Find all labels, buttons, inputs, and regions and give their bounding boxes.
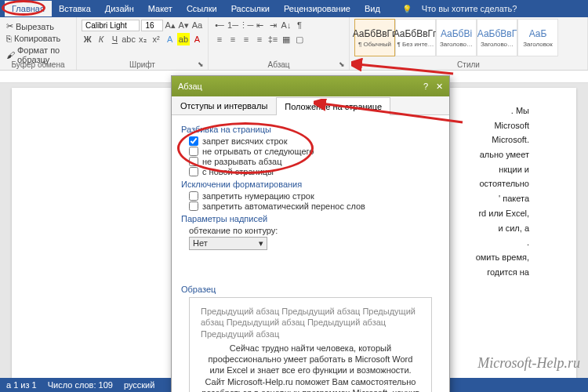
tab-view[interactable]: Вид (358, 1, 387, 16)
bold-icon[interactable]: Ж (82, 33, 93, 45)
status-word-count[interactable]: Число слов: 109 (48, 380, 113, 390)
help-icon[interactable]: ? (423, 82, 428, 92)
decrease-indent-icon[interactable]: ⇤ (253, 19, 266, 31)
increase-indent-icon[interactable]: ⇥ (267, 19, 279, 31)
group-paragraph-label: Абзац (209, 60, 349, 69)
pagination-opt-3[interactable]: с новой страницы (189, 167, 440, 176)
paragraph-launcher-icon[interactable]: ⬊ (339, 60, 347, 68)
font-size-combo[interactable]: 16 (141, 20, 162, 31)
shrink-font-icon[interactable]: A▾ (178, 19, 190, 31)
watermark: Microsoft-Help.ru (477, 355, 580, 372)
text-effects-icon[interactable]: A (164, 33, 176, 45)
dialog-tabs: Отступы и интервалы Положение на страниц… (172, 96, 449, 115)
strike-icon[interactable]: abc (122, 33, 135, 45)
underline-icon[interactable]: Ч (109, 33, 121, 45)
ribbon-tabs: Главная Вставка Дизайн Макет Ссылки Расс… (0, 0, 588, 17)
section-preview: Образец (181, 285, 440, 294)
sort-icon[interactable]: A↓ (280, 19, 292, 31)
wrap-combo[interactable]: Нет▾ (189, 237, 267, 250)
section-pagination: Разбивка на страницы (181, 125, 440, 134)
status-page[interactable]: а 1 из 1 (6, 380, 37, 390)
style-item-0[interactable]: АаБбВвГг,¶ Обычный (354, 19, 395, 56)
tab-review[interactable]: Рецензирование (277, 1, 358, 16)
align-left-icon[interactable]: ≡ (213, 33, 226, 45)
close-icon[interactable]: ✕ (436, 82, 443, 92)
superscript-icon[interactable]: x² (151, 33, 162, 45)
multilevel-icon[interactable]: ⋮─ (240, 19, 252, 31)
style-item-3[interactable]: АаБбВвГЗаголово… (477, 19, 517, 56)
status-language[interactable]: русский (124, 380, 154, 390)
shading-icon[interactable]: ▦ (280, 33, 292, 45)
copy-button[interactable]: ⎘ Копировать (5, 33, 71, 44)
tab-design[interactable]: Дизайн (98, 1, 141, 16)
paragraph-dialog: Абзац ? ✕ Отступы и интервалы Положение … (171, 75, 450, 392)
numbering-icon[interactable]: 1─ (227, 19, 239, 31)
borders-icon[interactable]: ▢ (293, 33, 306, 45)
group-clipboard: ✂ Вырезать ⎘ Копировать 🖌 Формат по обра… (0, 17, 77, 70)
pagination-opt-1[interactable]: не отрывать от следующего (189, 147, 440, 156)
bullets-icon[interactable]: •─ (213, 19, 226, 31)
show-marks-icon[interactable]: ¶ (293, 19, 306, 31)
preview-box: Предыдущий абзац Предыдущий абзац Предыд… (189, 297, 432, 392)
formatting-opt-0[interactable]: запретить нумерацию строк (189, 191, 440, 201)
change-case-icon[interactable]: Aa (191, 19, 203, 31)
font-color-icon[interactable]: A (191, 33, 203, 45)
section-formatting-exceptions: Исключении форматирования (181, 180, 440, 189)
ribbon: ✂ Вырезать ⎘ Копировать 🖌 Формат по обра… (0, 17, 588, 71)
formatting-opt-1[interactable]: запретить автоматический перенос слов (189, 201, 440, 211)
font-name-combo[interactable]: Calibri Light (82, 20, 140, 31)
dialog-tab-indents[interactable]: Отступы и интервалы (172, 96, 276, 114)
group-font-label: Шрифт (77, 60, 208, 69)
chevron-down-icon: ▾ (259, 238, 263, 249)
dialog-title: Абзац (178, 82, 202, 91)
group-styles: АаБбВвГг,¶ ОбычныйАаБбВвГг,¶ Без инте…Аа… (350, 17, 588, 70)
tab-insert[interactable]: Вставка (52, 1, 98, 16)
highlight-icon[interactable]: ab (177, 33, 189, 45)
group-styles-label: Стили (350, 60, 587, 69)
group-clipboard-label: Буфер обмена (0, 60, 76, 69)
justify-icon[interactable]: ≡ (253, 33, 266, 45)
tab-mailings[interactable]: Рассылки (224, 1, 277, 16)
style-item-1[interactable]: АаБбВвГг,¶ Без инте… (395, 19, 436, 56)
style-item-4[interactable]: АаБЗаголовок (517, 19, 558, 56)
group-font: Calibri Light 16 A▴ A▾ Aa Ж К Ч abc x₂ x… (77, 17, 209, 70)
font-launcher-icon[interactable]: ⬊ (198, 60, 205, 68)
cut-button[interactable]: ✂ Вырезать (5, 20, 71, 32)
grow-font-icon[interactable]: A▴ (165, 19, 176, 31)
section-textbox-params: Параметры надписей (181, 214, 440, 223)
pagination-opt-2[interactable]: не разрывать абзац (189, 157, 440, 166)
tab-home[interactable]: Главная (5, 1, 52, 16)
tab-references[interactable]: Ссылки (180, 1, 224, 16)
line-spacing-icon[interactable]: ‡≡ (267, 33, 279, 45)
style-item-2[interactable]: АаБбВіЗаголово… (436, 19, 477, 56)
pagination-opt-0[interactable]: запрет висячих строк (189, 136, 440, 146)
align-center-icon[interactable]: ≡ (227, 33, 239, 45)
tab-layout[interactable]: Макет (141, 1, 180, 16)
subscript-icon[interactable]: x₂ (136, 33, 148, 45)
wrap-label: обтекание по контуру: (189, 226, 440, 235)
group-paragraph: •─ 1─ ⋮─ ⇤ ⇥ A↓ ¶ ≡ ≡ ≡ ≡ ‡≡ ▦ ▢ Абзац ⬊ (209, 17, 350, 70)
italic-icon[interactable]: К (95, 33, 107, 45)
dialog-titlebar[interactable]: Абзац ? ✕ (172, 76, 449, 96)
align-right-icon[interactable]: ≡ (240, 33, 252, 45)
dialog-tab-page-position[interactable]: Положение на странице (276, 97, 390, 115)
